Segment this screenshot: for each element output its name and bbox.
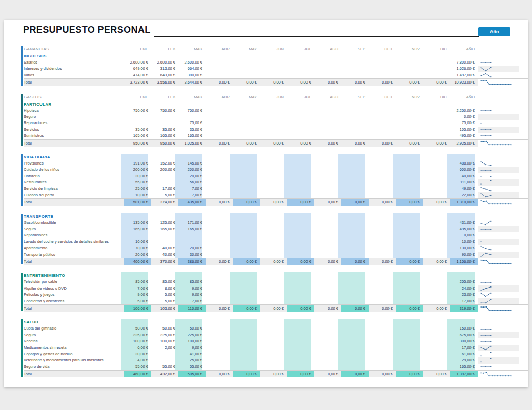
month-cell[interactable] [423,160,450,167]
total-month-cell[interactable]: 0,00 € [233,199,260,206]
month-cell[interactable] [206,173,233,179]
month-cell[interactable]: 5,00 € [151,192,178,198]
month-cell[interactable] [314,239,341,245]
month-cell[interactable]: 2.600,00 € [178,59,206,66]
month-cell[interactable] [233,120,260,126]
month-cell[interactable] [260,160,287,167]
year-cell[interactable]: 150,00 € [450,325,478,332]
month-cell[interactable]: 20,00 € [178,173,206,179]
month-cell[interactable] [341,338,369,344]
total-month-cell[interactable]: 435,00 € [178,199,206,206]
month-cell[interactable] [287,66,314,72]
month-cell[interactable] [233,192,260,198]
month-cell[interactable]: 50,00 € [124,325,151,332]
month-cell[interactable] [423,332,450,338]
month-cell[interactable] [369,160,396,167]
total-month-cell[interactable]: 0,00 € [206,199,233,206]
total-month-cell[interactable]: 0,00 € [314,79,341,86]
total-month-cell[interactable]: 0,00 € [287,140,314,147]
month-cell[interactable] [206,133,233,139]
total-month-cell[interactable]: 0,00 € [233,140,260,147]
month-cell[interactable]: 100,00 € [178,338,206,344]
month-cell[interactable] [396,160,423,167]
month-cell[interactable] [287,120,314,126]
month-cell[interactable] [341,133,369,139]
month-cell[interactable]: 7,00 € [178,298,206,304]
month-cell[interactable] [287,226,314,232]
month-cell[interactable] [314,179,341,186]
total-month-cell[interactable]: 0,00 € [314,199,341,206]
month-cell[interactable]: 10,00 € [124,239,151,245]
month-cell[interactable]: 313,00 € [151,66,178,72]
month-cell[interactable] [423,72,450,78]
month-cell[interactable]: 9,00 € [178,345,206,351]
month-cell[interactable]: 10,00 € [124,192,151,198]
month-cell[interactable] [423,239,450,245]
total-month-cell[interactable]: 374,00 € [151,199,178,206]
total-month-cell[interactable]: 1.025,00 € [178,140,206,147]
month-cell[interactable] [287,133,314,139]
month-cell[interactable]: 191,00 € [124,160,151,167]
total-month-cell[interactable]: 460,00 € [124,371,151,377]
month-cell[interactable] [260,239,287,245]
month-cell[interactable] [287,239,314,245]
month-cell[interactable] [369,192,396,198]
month-cell[interactable] [287,160,314,167]
total-month-cell[interactable]: 0,00 € [369,140,396,147]
total-month-cell[interactable]: 0,00 € [341,258,369,265]
total-month-cell[interactable]: 0,00 € [396,140,423,147]
row-label[interactable]: Hipoteca [24,108,124,114]
month-cell[interactable] [396,133,423,139]
year-cell[interactable]: 431,00 € [450,220,478,226]
month-cell[interactable] [369,220,396,226]
row-label[interactable]: Servicio de limpieza [24,186,124,192]
month-cell[interactable]: 750,00 € [178,108,206,114]
month-cell[interactable] [206,66,233,72]
month-cell[interactable] [423,338,450,344]
total-month-cell[interactable]: 0,00 € [341,79,369,86]
month-cell[interactable]: 7,00 € [178,186,206,192]
total-month-cell[interactable]: 501,00 € [124,199,151,206]
total-month-cell[interactable]: 0,00 € [233,371,260,377]
year-cell[interactable]: 1.497,00 € [450,72,478,78]
month-cell[interactable]: 200,00 € [151,167,178,173]
total-year-cell[interactable]: 10.923,00 € [450,79,478,86]
month-cell[interactable]: 40,00 € [151,252,178,258]
row-label[interactable]: Lavado del coche y servicios de detalles… [24,239,124,245]
month-cell[interactable] [341,108,369,114]
month-cell[interactable] [369,245,396,251]
month-cell[interactable] [233,160,260,167]
month-cell[interactable] [423,220,450,226]
month-cell[interactable] [423,59,450,66]
row-label[interactable]: Intereses y dividendos [24,66,124,72]
year-cell[interactable]: 17,00 € [450,298,478,304]
total-label[interactable]: Total [24,79,124,86]
total-month-cell[interactable]: 386,00 € [178,258,206,265]
month-cell[interactable] [287,167,314,173]
row-label[interactable]: Varios [24,72,124,78]
total-label[interactable]: Total [24,371,124,377]
month-cell[interactable] [233,285,260,292]
month-cell[interactable] [314,325,341,332]
month-cell[interactable] [260,351,287,357]
month-cell[interactable] [423,133,450,139]
month-cell[interactable] [423,192,450,198]
month-cell[interactable] [341,59,369,66]
month-cell[interactable] [260,292,287,298]
row-label[interactable]: Veterinario y medicamentos para las masc… [24,357,124,363]
month-cell[interactable] [396,226,423,232]
row-label[interactable]: Alquiler de vídeos o DVD [24,285,124,292]
month-cell[interactable] [260,338,287,344]
month-cell[interactable]: 55,00 € [124,179,151,186]
month-cell[interactable] [369,298,396,304]
year-cell[interactable]: 29,00 € [450,357,478,363]
month-cell[interactable] [314,173,341,179]
month-cell[interactable] [233,252,260,258]
total-month-cell[interactable]: 0,00 € [206,79,233,86]
month-cell[interactable]: 649,00 € [124,66,151,72]
month-cell[interactable] [396,232,423,238]
total-month-cell[interactable]: 0,00 € [396,79,423,86]
month-cell[interactable]: 6,00 € [124,345,151,351]
total-month-cell[interactable]: 0,00 € [287,371,314,377]
month-cell[interactable] [369,66,396,72]
